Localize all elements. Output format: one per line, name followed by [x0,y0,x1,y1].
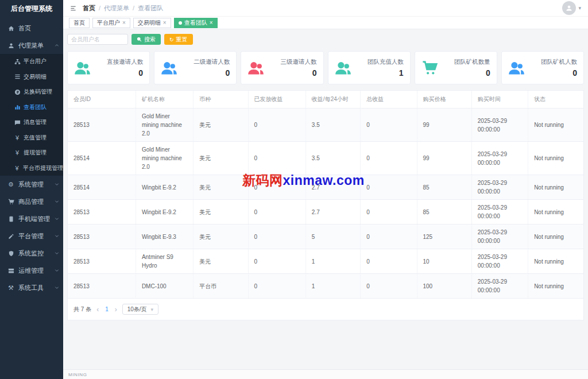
sidebar-item-label: 系统管理 [18,180,44,189]
table-cell: 2025-03-29 00:00:00 [471,175,528,200]
tab-label: 平台用户 [97,19,120,27]
pagination-total: 共 7 条 [74,305,91,314]
table-cell: 5 [305,225,360,249]
table-cell: 2025-03-29 00:00:00 [471,109,528,142]
column-header: 购买价格 [417,91,471,109]
breadcrumb-item[interactable]: 代理菜单 [104,4,129,13]
table-cell: 0 [248,225,305,249]
stat-card: 团队充值人数1 [328,51,411,84]
table-cell: Not running [528,109,583,142]
reset-button-label: 重置 [176,36,188,44]
tab-首页[interactable]: 首页 [69,18,90,28]
table-panel: 会员ID矿机名称币种已发放收益收益/每24小时总收益购买价格购买时间状态 285… [67,90,584,320]
search-button[interactable]: 搜索 [131,34,161,45]
sidebar-item-label: 手机端管理 [18,215,50,223]
sidebar-item[interactable]: ¥充值管理 [0,130,63,146]
sidebar-item[interactable]: ¥提现管理 [0,145,63,161]
table-row: 28513Gold Miner mining machine 2.0美元03.5… [68,109,583,142]
tab-交易明细[interactable]: 交易明细× [133,18,171,28]
tab-bar: 首页平台用户×交易明细×查看团队× [63,16,588,29]
breadcrumb-item[interactable]: 首页 [83,4,95,13]
table-cell: Wingbit E-9.3 [136,225,193,249]
stat-card-label: 二级邀请人数 [194,58,230,66]
sidebar-item-label: 交易明细 [24,73,47,81]
table-cell: Gold Miner mining machine 2.0 [136,109,193,142]
table-cell: 28513 [68,249,136,274]
reset-button[interactable]: ↻ 重置 [164,34,193,45]
next-page-button[interactable]: › [115,306,117,313]
sidebar-item[interactable]: 平台管理 [0,227,63,245]
server-icon [7,268,14,274]
table-row: 28513Antminer S9 Hydro美元010102025-03-29 … [68,249,583,274]
table-row: 28513Wingbit E-9.2美元02.70852025-03-29 00… [68,200,583,225]
page-size-select[interactable]: 10条/页 ▾ [122,304,158,315]
table-cell: 0 [361,175,417,200]
chevron-up-icon [55,43,59,48]
avatar[interactable] [562,1,576,15]
sidebar-item-label: 商品管理 [18,198,44,206]
sidebar-item-label: 提现管理 [24,149,47,157]
sidebar-item[interactable]: ⚙系统管理 [0,176,63,193]
sidebar-item[interactable]: 交易明细 [0,69,63,85]
users-icon [161,60,177,76]
column-header: 币种 [194,91,248,109]
chevron-down-icon [55,285,59,290]
users-icon [247,60,264,76]
stat-card: 团队矿机数量0 [415,51,497,84]
stat-card: 团队矿机人数0 [501,51,584,84]
sitemap-icon [14,59,21,65]
current-page[interactable]: 1 [104,306,110,312]
sidebar-item[interactable]: 代理菜单 [0,37,63,54]
gear-icon: ⚙ [7,181,14,188]
stat-card-value: 0 [454,68,490,78]
table-row: 28513DMC-100平台币0101002025-03-29 00:00:00… [68,274,583,299]
column-header: 购买时间 [471,91,528,109]
sidebar-item[interactable]: ⚒系统工具 [0,279,63,296]
prev-page-button[interactable]: ‹ [96,306,99,313]
sidebar-item-label: 充值管理 [24,134,47,142]
close-icon[interactable]: × [210,20,213,26]
table-cell: 99 [417,109,471,142]
sidebar-item-label: 运维管理 [18,266,44,275]
table-cell: 1 [305,249,360,274]
table-cell: 2.7 [305,175,360,200]
column-header: 状态 [528,91,583,109]
sidebar-item-label: 查看团队 [24,103,47,111]
table-cell: 美元 [194,225,248,249]
home-icon [7,25,14,32]
stat-card: 三级邀请人数0 [241,51,323,84]
search-input[interactable] [67,34,128,45]
tab-查看团队[interactable]: 查看团队× [174,18,218,28]
coupon-icon [14,89,21,95]
stat-card: 二级邀请人数0 [154,51,237,84]
sidebar-item[interactable]: 运维管理 [0,262,63,279]
breadcrumb-separator: / [99,5,100,11]
tab-label: 交易明细 [138,19,161,27]
table-cell: 0 [361,109,417,142]
sidebar-item[interactable]: 系统监控 [0,245,63,262]
sidebar-submenu: 平台用户交易明细兑换码管理查看团队消息管理¥充值管理¥提现管理¥平台币提现管理 [0,54,63,176]
stat-card-label: 直接邀请人数 [107,58,143,66]
sidebar-item[interactable]: 手机端管理 [0,210,63,227]
tab-平台用户[interactable]: 平台用户× [92,18,130,28]
close-icon[interactable]: × [122,20,126,26]
stat-card-value: 0 [541,68,577,78]
sidebar-item[interactable]: 首页 [0,20,63,37]
column-header: 收益/每24小时 [305,91,360,109]
hamburger-menu-icon[interactable] [70,5,76,11]
chevron-down-icon [55,199,59,204]
sidebar-item[interactable]: 平台用户 [0,54,63,69]
sidebar-item[interactable]: 消息管理 [0,115,63,130]
table-cell: 0 [361,274,417,299]
message-icon [14,119,21,126]
sidebar-item[interactable]: 商品管理 [0,193,63,210]
users-icon [508,60,525,76]
close-icon[interactable]: × [163,20,167,26]
table-cell: 1 [305,274,360,299]
sidebar-item-label: 平台管理 [18,232,44,241]
sidebar-item[interactable]: ¥平台币提现管理 [0,161,63,176]
sidebar-item[interactable]: 查看团队 [0,100,63,115]
sidebar-item[interactable]: 兑换码管理 [0,84,63,100]
table-cell: 85 [417,200,471,225]
users-icon [335,60,351,76]
